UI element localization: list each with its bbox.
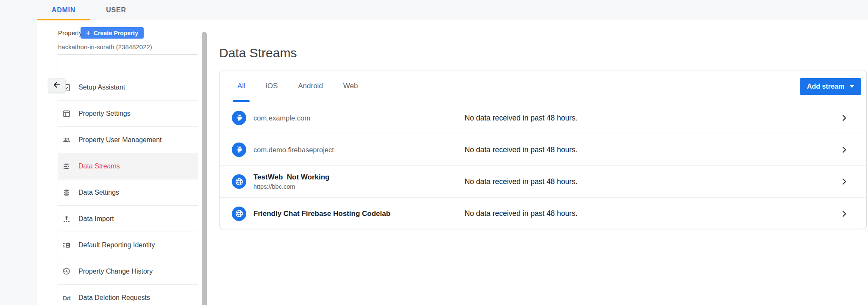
sidebar-item-data-deletion-requests[interactable]: Dd Data Deletion Requests <box>58 285 198 305</box>
stream-url: https://bbc.com <box>253 183 329 190</box>
stream-text: Friendly Chat Firebase Hosting Codelab <box>253 210 390 218</box>
sidebar-item-label: Setup Assistant <box>78 84 125 91</box>
tab-android[interactable]: Android <box>288 70 333 102</box>
property-name[interactable]: hackathon-in-surath (238482022) <box>58 43 198 55</box>
tab-web-label: Web <box>343 82 358 90</box>
property-header-row: Property + Create Property <box>58 27 198 39</box>
sidebar-item-label: Default Reporting Identity <box>78 241 155 249</box>
chevron-right-icon[interactable] <box>839 113 849 123</box>
property-section-label: Property <box>58 29 80 36</box>
sidebar-item-data-import[interactable]: Data Import <box>58 206 198 232</box>
sidebar-item-label: Data Streams <box>78 162 120 170</box>
property-sidebar: Property + Create Property hackathon-in-… <box>37 20 207 305</box>
stream-name: TestWeb_Not Working <box>253 173 329 182</box>
active-tab-indicator <box>233 100 250 102</box>
window-layout-icon <box>61 109 72 119</box>
sidebar-item-default-reporting-identity[interactable]: Default Reporting Identity <box>58 232 198 258</box>
sidebar-item-label: Data Deletion Requests <box>78 294 150 302</box>
stream-filter-tabs: All iOS Android Web Add stream <box>220 70 866 102</box>
sidebar-content: Property + Create Property hackathon-in-… <box>58 20 198 305</box>
chevron-right-icon[interactable] <box>839 176 849 187</box>
stream-row-com-example-com[interactable]: com.example.com No data received in past… <box>220 102 866 134</box>
stream-name: Friendly Chat Firebase Hosting Codelab <box>253 210 390 218</box>
sidebar-item-setup-assistant[interactable]: Setup Assistant <box>58 74 198 101</box>
create-property-button[interactable]: + Create Property <box>81 27 144 39</box>
stream-row-com-demo-firebaseproject[interactable]: com.demo.firebaseproject No data receive… <box>220 134 866 166</box>
collapse-column-button[interactable] <box>48 78 66 93</box>
top-bar: ADMIN USER <box>0 0 868 20</box>
sidebar-item-label: Data Import <box>78 215 114 223</box>
plus-icon: + <box>86 29 90 36</box>
globe-web-icon <box>232 207 246 221</box>
tab-ios[interactable]: iOS <box>256 70 288 102</box>
sidebar-scrollbar[interactable] <box>202 32 207 305</box>
tab-all[interactable]: All <box>227 70 256 102</box>
tab-admin[interactable]: ADMIN <box>37 0 90 20</box>
sidebar-item-label: Property Change History <box>78 268 153 275</box>
sidebar-item-label: Property Settings <box>78 110 131 118</box>
chevron-right-icon[interactable] <box>839 209 849 219</box>
main-content: Data Streams All iOS Android Web Add str… <box>207 20 868 305</box>
database-icon <box>61 187 72 198</box>
globe-web-icon <box>232 174 246 189</box>
page-title: Data Streams <box>219 46 297 60</box>
sidebar-item-data-settings[interactable]: Data Settings <box>58 179 198 206</box>
arrow-back-icon <box>52 80 61 91</box>
dd-text-icon: Dd <box>61 293 72 303</box>
stream-text: com.example.com <box>253 114 310 122</box>
add-stream-button[interactable]: Add stream <box>800 78 861 95</box>
add-stream-label: Add stream <box>807 83 844 90</box>
people-icon <box>61 135 72 145</box>
android-icon <box>232 143 246 157</box>
stream-status: No data received in past 48 hours. <box>465 209 578 218</box>
tab-user[interactable]: USER <box>90 0 142 20</box>
collapsed-account-column <box>0 20 37 305</box>
data-streams-icon <box>61 161 72 171</box>
sidebar-item-data-streams[interactable]: Data Streams <box>58 153 198 179</box>
caret-down-icon <box>850 85 854 88</box>
sidebar-item-property-settings[interactable]: Property Settings <box>58 101 198 127</box>
tab-android-label: Android <box>298 82 323 90</box>
tab-all-label: All <box>237 82 245 90</box>
identity-card-icon <box>61 240 72 250</box>
stream-row-friendly-chat[interactable]: Friendly Chat Firebase Hosting Codelab N… <box>220 198 866 229</box>
sidebar-item-property-user-management[interactable]: Property User Management <box>58 127 198 153</box>
create-property-label: Create Property <box>94 30 138 36</box>
stream-status: No data received in past 48 hours. <box>465 177 578 186</box>
stream-text: TestWeb_Not Working https://bbc.com <box>253 173 329 190</box>
tab-web[interactable]: Web <box>333 70 368 102</box>
stream-name: com.example.com <box>253 114 310 122</box>
stream-row-testweb-not-working[interactable]: TestWeb_Not Working https://bbc.com No d… <box>220 166 866 198</box>
chevron-right-icon[interactable] <box>839 145 849 155</box>
sidebar-item-property-change-history[interactable]: Property Change History <box>58 258 198 285</box>
sidebar-item-label: Property User Management <box>78 136 162 144</box>
stream-text: com.demo.firebaseproject <box>253 146 334 154</box>
data-streams-panel: All iOS Android Web Add stream co <box>219 70 867 229</box>
tab-ios-label: iOS <box>266 82 278 90</box>
tab-user-label: USER <box>106 6 126 14</box>
tab-admin-label: ADMIN <box>52 6 75 14</box>
upload-icon <box>61 214 72 224</box>
admin-user-tabs: ADMIN USER <box>37 0 142 20</box>
sidebar-item-label: Data Settings <box>78 189 119 196</box>
android-icon <box>232 111 246 125</box>
stream-status: No data received in past 48 hours. <box>465 114 578 123</box>
stream-status: No data received in past 48 hours. <box>465 146 578 154</box>
sidebar-menu: Setup Assistant Property Settings Proper… <box>58 74 198 305</box>
history-icon <box>61 266 72 277</box>
stream-name: com.demo.firebaseproject <box>253 146 334 154</box>
